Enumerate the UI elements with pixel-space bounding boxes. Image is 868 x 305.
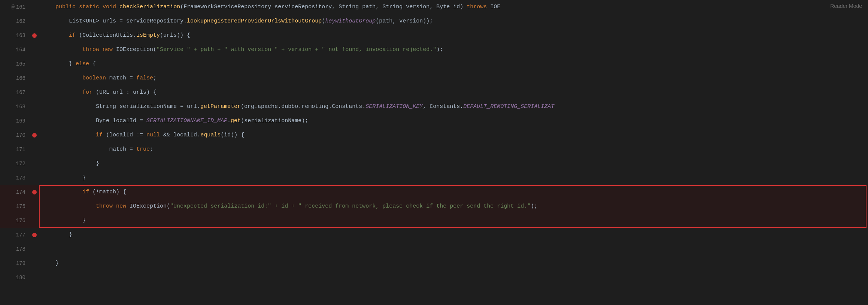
code-line-content: String serializationName = url.getParame… — [39, 100, 868, 114]
breakpoint-area[interactable] — [30, 28, 39, 43]
breakpoint-area[interactable] — [30, 242, 39, 256]
table-row: @161 public static void checkSerializati… — [0, 0, 868, 14]
table-row: 165 } else { — [0, 57, 868, 71]
code-line-content: for (URL url : urls) { — [39, 85, 868, 100]
breakpoint-area[interactable] — [30, 0, 39, 14]
line-number: 164 — [0, 43, 30, 57]
table-row: 168 String serializationName = url.getPa… — [0, 100, 868, 114]
breakpoint-area[interactable] — [30, 71, 39, 85]
table-row: 172 } — [0, 157, 868, 171]
line-number: 162 — [0, 14, 30, 28]
line-number: 172 — [0, 157, 30, 171]
code-line-content: public static void checkSerialization(Fr… — [39, 0, 868, 14]
line-number: 163 — [0, 28, 30, 43]
code-line-content: boolean match = false; — [39, 71, 868, 85]
table-row: 174 if (!match) { — [0, 185, 868, 199]
code-line-content: } — [39, 171, 868, 185]
line-number: 171 — [0, 142, 30, 157]
code-line-content: throw new IOException("Unexpected serial… — [39, 199, 868, 214]
table-row: 171 match = true; — [0, 142, 868, 157]
breakpoint-area[interactable] — [30, 171, 39, 185]
table-row: 170 if (localId != null && localId.equal… — [0, 128, 868, 142]
lines-container: @161 public static void checkSerializati… — [0, 0, 868, 285]
code-line-content: Byte localId = SERIALIZATIONNAME_ID_MAP.… — [39, 114, 868, 128]
table-row: 179 } — [0, 256, 868, 271]
table-row: 166 boolean match = false; — [0, 71, 868, 85]
line-number: 165 — [0, 57, 30, 71]
table-row: 178 — [0, 242, 868, 256]
line-number: 179 — [0, 256, 30, 271]
code-line-content: } — [39, 214, 868, 228]
table-row: 164 throw new IOException("Service " + p… — [0, 43, 868, 57]
code-line-content: if (CollectionUtils.isEmpty(urls)) { — [39, 28, 868, 43]
breakpoint-area[interactable] — [30, 271, 39, 285]
line-number: 175 — [0, 199, 30, 214]
breakpoint-area[interactable] — [30, 43, 39, 57]
line-number: 166 — [0, 71, 30, 85]
code-line-content: } — [39, 256, 868, 271]
code-line-content: match = true; — [39, 142, 868, 157]
breakpoint-area[interactable] — [30, 100, 39, 114]
table-row: 169 Byte localId = SERIALIZATIONNAME_ID_… — [0, 114, 868, 128]
table-row: 167 for (URL url : urls) { — [0, 85, 868, 100]
breakpoint-area[interactable] — [30, 142, 39, 157]
line-number: 170 — [0, 128, 30, 142]
line-number: 176 — [0, 214, 30, 228]
code-line-content: } — [39, 228, 868, 242]
table-row: 175 throw new IOException("Unexpected se… — [0, 199, 868, 214]
table-row: 163 if (CollectionUtils.isEmpty(urls)) { — [0, 28, 868, 43]
line-number: 174 — [0, 185, 30, 199]
breakpoint-area[interactable] — [30, 256, 39, 271]
code-line-content: throw new IOException("Service " + path … — [39, 43, 868, 57]
line-number: 180 — [0, 271, 30, 285]
breakpoint-area[interactable] — [30, 214, 39, 228]
line-number: 167 — [0, 85, 30, 100]
line-number: @161 — [0, 0, 30, 14]
code-line-content: } else { — [39, 57, 868, 71]
table-row: 162 List<URL> urls = serviceRepository.l… — [0, 14, 868, 28]
code-line-content: List<URL> urls = serviceRepository.looku… — [39, 14, 868, 28]
table-row: 180 — [0, 271, 868, 285]
code-line-content: } — [39, 157, 868, 171]
code-editor: Reader Mode @161 public static void chec… — [0, 0, 868, 305]
breakpoint-area[interactable] — [30, 57, 39, 71]
breakpoint-area[interactable] — [30, 114, 39, 128]
line-number: 173 — [0, 171, 30, 185]
line-number: 169 — [0, 114, 30, 128]
code-line-content: if (!match) { — [39, 185, 868, 199]
line-number: 178 — [0, 242, 30, 256]
breakpoint-area[interactable] — [30, 157, 39, 171]
breakpoint-area[interactable] — [30, 199, 39, 214]
table-row: 177 } — [0, 228, 868, 242]
line-number: 177 — [0, 228, 30, 242]
breakpoint-area[interactable] — [30, 85, 39, 100]
line-number: 168 — [0, 100, 30, 114]
code-line-content: if (localId != null && localId.equals(id… — [39, 128, 868, 142]
breakpoint-area[interactable] — [30, 14, 39, 28]
breakpoint-area[interactable] — [30, 128, 39, 142]
table-row: 176 } — [0, 214, 868, 228]
table-row: 173 } — [0, 171, 868, 185]
breakpoint-area[interactable] — [30, 185, 39, 199]
breakpoint-area[interactable] — [30, 228, 39, 242]
